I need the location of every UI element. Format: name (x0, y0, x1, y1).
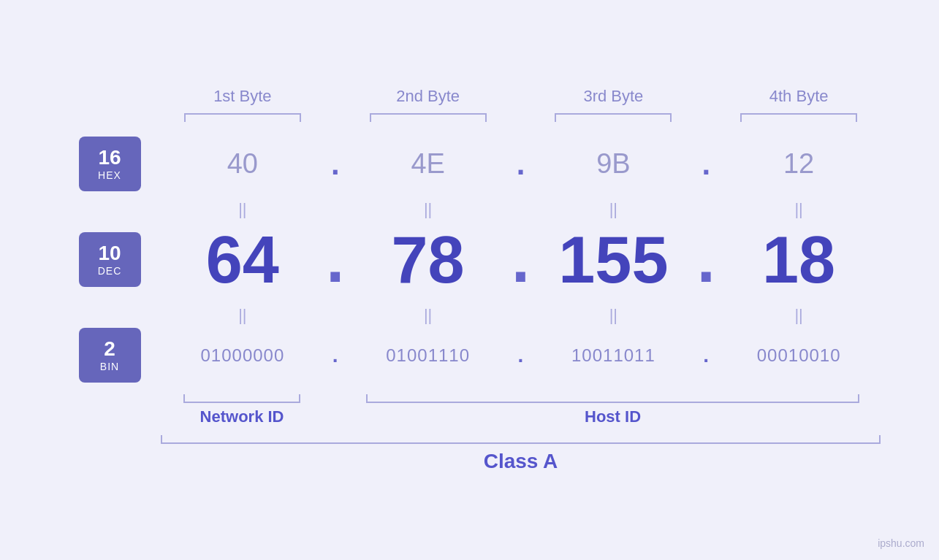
host-id-section: Host ID (345, 394, 881, 426)
byte-label-4: 4th Byte (717, 87, 881, 106)
bracket-1 (161, 113, 324, 122)
class-label-spacer (58, 444, 161, 473)
hex-base-number: 16 (98, 147, 121, 169)
network-id-section: Network ID (161, 394, 323, 426)
sep1 (323, 394, 345, 426)
dec-row: 10 DEC 64 . 78 . 155 . 18 (58, 222, 881, 297)
class-label: Class A (161, 450, 881, 473)
bin-dot-1: . (324, 344, 346, 367)
bin-dot-2: . (510, 344, 532, 367)
dec-base-number: 10 (98, 242, 121, 265)
hex-values: 40 . 4E . 9B . 12 (161, 147, 881, 182)
network-bracket-line (183, 394, 300, 403)
equals-values-2: || || || || (161, 306, 881, 325)
equals-1-3: || (532, 200, 696, 219)
equals-2-3: || (532, 306, 696, 325)
hex-base-text: HEX (98, 169, 121, 181)
top-bracket-row (58, 113, 881, 122)
equals-1-1: || (161, 200, 324, 219)
byte-label-2: 2nd Byte (346, 87, 510, 106)
bracket-line-1 (184, 113, 301, 122)
class-left-spacer (58, 435, 161, 444)
dec-dot-2: . (510, 222, 532, 297)
class-bracket-row (58, 435, 881, 444)
byte-label-row: 1st Byte 2nd Byte 3rd Byte 4th Byte (161, 87, 881, 106)
bin-octet-2: 01001110 (346, 345, 510, 366)
equals-row-2: || || || || (58, 306, 881, 325)
bracket-2 (346, 113, 510, 122)
equals-2-2: || (346, 306, 510, 325)
hex-dot-3: . (695, 147, 717, 182)
class-label-row: Class A (58, 444, 881, 473)
dec-badge: 10 DEC (79, 232, 141, 287)
equals-1-4: || (717, 200, 881, 219)
dec-dot-1: . (324, 222, 346, 297)
bracket-line-2 (370, 113, 487, 122)
equals-values-1: || || || || (161, 200, 881, 219)
hex-octet-1: 40 (161, 148, 324, 180)
hex-badge-container: 16 HEX (58, 137, 161, 191)
bottom-left-spacer (58, 394, 161, 426)
bracket-area (161, 113, 881, 122)
bracket-line-3 (555, 113, 672, 122)
hex-octet-4: 12 (717, 148, 881, 180)
dec-octet-1: 64 (161, 227, 324, 293)
dec-dot-3: . (695, 222, 717, 297)
dec-base-text: DEC (98, 265, 122, 277)
bin-octet-3: 10011011 (532, 345, 696, 366)
dec-values: 64 . 78 . 155 . 18 (161, 222, 881, 297)
equals-row-1: || || || || (58, 200, 881, 219)
dec-badge-container: 10 DEC (58, 232, 161, 287)
host-id-label: Host ID (585, 407, 641, 426)
bin-base-number: 2 (104, 338, 115, 361)
hex-dot-1: . (324, 147, 346, 182)
bin-badge-container: 2 BIN (58, 328, 161, 383)
network-id-label: Network ID (200, 407, 284, 426)
dec-octet-3: 155 (532, 227, 696, 293)
bin-values: 01000000 . 01001110 . 10011011 . 0001001… (161, 344, 881, 367)
class-bracket-line (161, 435, 881, 444)
bin-dot-3: . (695, 344, 717, 367)
bin-row: 2 BIN 01000000 . 01001110 . 10011011 . 0… (58, 328, 881, 383)
byte-headers-row: 1st Byte 2nd Byte 3rd Byte 4th Byte (58, 87, 881, 106)
dec-octet-4: 18 (717, 227, 881, 293)
hex-octet-2: 4E (346, 148, 510, 180)
hex-row: 16 HEX 40 . 4E . 9B . 12 (58, 137, 881, 191)
class-section: Class A (58, 435, 881, 473)
equals-2-1: || (161, 306, 324, 325)
bin-octet-4: 00010010 (717, 345, 881, 366)
hex-octet-3: 9B (532, 148, 696, 180)
bracket-line-4 (740, 113, 857, 122)
equals-1-2: || (346, 200, 510, 219)
hex-dot-2: . (510, 147, 532, 182)
byte-label-1: 1st Byte (161, 87, 324, 106)
dec-octet-2: 78 (346, 227, 510, 293)
host-bracket-line (366, 394, 859, 403)
hex-badge: 16 HEX (79, 137, 141, 191)
bin-badge: 2 BIN (79, 328, 141, 383)
watermark: ipshu.com (878, 537, 924, 549)
bracket-3 (532, 113, 696, 122)
byte-label-3: 3rd Byte (532, 87, 696, 106)
equals-2-4: || (717, 306, 881, 325)
bin-base-text: BIN (100, 361, 119, 372)
main-container: 1st Byte 2nd Byte 3rd Byte 4th Byte (0, 0, 939, 560)
bottom-labels-section: Network ID Host ID (58, 394, 881, 426)
bracket-4 (717, 113, 881, 122)
bin-octet-1: 01000000 (161, 345, 324, 366)
